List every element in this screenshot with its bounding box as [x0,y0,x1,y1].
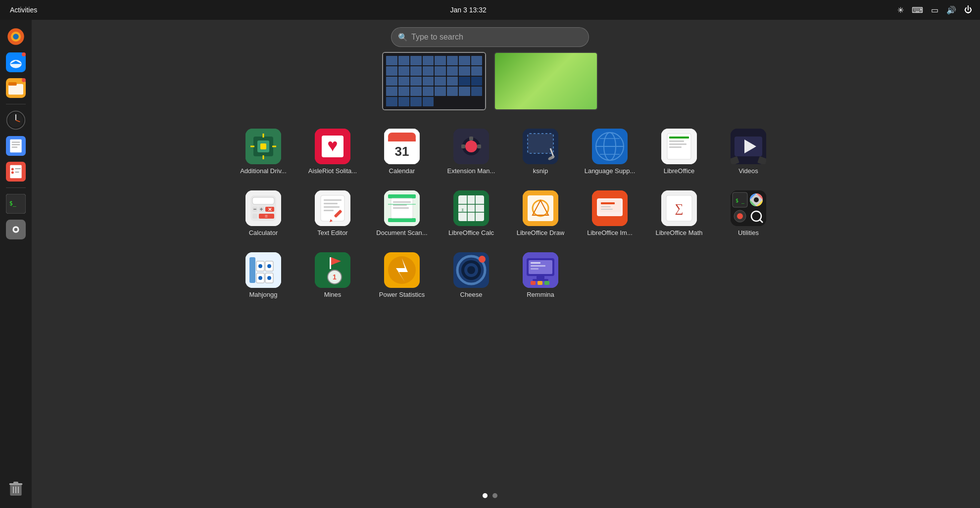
page-dot-2[interactable] [492,493,497,498]
app-aisleriot[interactable]: ♥ AisleRiot Solita... [300,124,365,181]
svg-rect-100 [388,194,416,198]
app-language-support[interactable]: Language Supp... [578,124,642,181]
svg-rect-137 [249,257,255,283]
app-label: Utilities [738,229,759,237]
extensions-icon[interactable]: ✳ [895,4,906,16]
app-mahjongg[interactable]: Mahjongg [231,247,295,304]
app-utilities[interactable]: $ _ Utilities [716,185,781,242]
topbar-right-icons: ✳ ⌨ ▭ 🔊 ⏻ [895,4,974,16]
svg-rect-95 [324,206,340,208]
svg-rect-13 [10,139,21,153]
app-text-editor[interactable]: Text Editor [300,185,365,242]
svg-rect-55 [461,144,465,148]
screen-icon[interactable]: ▭ [929,4,940,16]
svg-rect-170 [538,281,542,285]
svg-point-160 [479,256,486,263]
svg-rect-71 [669,143,686,145]
dock-item-files[interactable] [4,76,28,100]
dock-item-terminal[interactable]: $_ [4,192,28,216]
app-calendar[interactable]: 31 Calendar [370,124,434,181]
svg-rect-22 [15,172,19,173]
svg-rect-15 [12,144,20,145]
svg-point-159 [467,266,475,274]
dock-item-clock[interactable] [4,108,28,132]
dock-item-thunderbird[interactable] [4,50,28,74]
svg-rect-48 [388,139,416,141]
svg-text:✕: ✕ [268,207,272,212]
svg-point-143 [267,264,271,268]
app-label: LibreOffice Calc [448,229,494,237]
app-libreoffice-math[interactable]: ∑ LibreOffice Math [647,185,711,242]
app-label: ksnip [533,167,548,176]
svg-point-52 [465,140,477,152]
svg-rect-103 [393,201,411,203]
app-label: Mines [324,291,342,299]
app-label: Remmina [527,291,554,299]
svg-rect-7 [8,82,17,86]
dock-item-docs[interactable] [4,134,28,158]
app-libreoffice-impress[interactable]: LibreOffice Im... [578,185,642,242]
svg-text:31: 31 [395,144,409,159]
svg-rect-92 [321,195,344,221]
svg-point-27 [14,228,18,231]
dock-item-settings[interactable] [4,218,28,241]
app-libreoffice-draw[interactable]: LibreOffice Draw [508,185,573,242]
app-label: Extension Man... [447,167,495,176]
app-libreoffice-calc[interactable]: Σ LibreOffice Calc [439,185,503,242]
app-remmina[interactable]: Remmina [508,247,573,304]
search-container: 🔍 [391,27,589,47]
svg-rect-37 [260,143,266,149]
svg-point-133 [737,213,743,219]
app-label: Text Editor [317,229,347,237]
app-power-statistics[interactable]: Power Statistics [370,247,434,304]
svg-rect-168 [533,279,548,281]
keyboard-icon[interactable]: ⌨ [910,4,925,16]
apps-grid: Additional Driv... ♥ AisleRiot Solita... [231,124,781,304]
svg-point-2 [13,34,19,40]
volume-icon[interactable]: 🔊 [944,4,958,16]
svg-rect-85 [261,208,262,211]
app-label: LibreOffice [664,167,695,176]
activities-button[interactable]: Activities [6,4,41,16]
app-label: Language Supp... [585,167,636,176]
app-label: LibreOffice Math [655,229,702,237]
app-mines[interactable]: 1 Mines [300,247,365,304]
svg-rect-57 [528,134,553,153]
app-label: AisleRiot Solita... [308,167,357,176]
app-cheese[interactable]: Cheese [439,247,503,304]
svg-rect-69 [669,137,689,139]
search-input[interactable] [391,27,589,47]
app-document-scanner[interactable]: Document Scan... [370,185,434,242]
page-dot-1[interactable] [483,493,488,498]
power-icon[interactable]: ⏻ [962,4,974,15]
topbar: Activities Jan 3 13:32 ✳ ⌨ ▭ 🔊 ⏻ [0,0,980,20]
app-label: Calculator [249,229,278,237]
app-extension-manager[interactable]: Extension Man... [439,124,503,181]
apps-container: Additional Driv... ♥ AisleRiot Solita... [32,124,980,478]
app-calculator[interactable]: ✕ = Calculator [231,185,295,242]
svg-rect-169 [531,281,536,285]
workspace-2[interactable] [494,52,598,110]
svg-rect-70 [669,140,684,142]
app-label: Mahjongg [249,291,277,299]
workspace-1[interactable] [382,52,486,110]
svg-point-19 [11,168,14,171]
svg-rect-96 [324,210,334,211]
svg-rect-82 [253,209,256,210]
svg-rect-14 [12,142,20,143]
svg-rect-90 [252,214,257,219]
app-ksnip[interactable]: ksnip [508,124,573,181]
svg-rect-171 [544,281,549,285]
dock-item-trash[interactable] [4,476,28,500]
svg-point-131 [754,197,759,202]
svg-point-21 [11,171,14,174]
svg-rect-93 [324,199,342,201]
svg-text:$ _: $ _ [735,198,745,204]
svg-text:∑: ∑ [675,202,683,215]
dock-item-firefox[interactable] [4,25,28,48]
app-libreoffice[interactable]: LibreOffice [647,124,711,181]
app-additional-drivers[interactable]: Additional Driv... [231,124,295,181]
dock-item-todo[interactable] [4,160,28,184]
page-indicators [483,493,497,498]
app-videos[interactable]: Videos [716,124,781,181]
